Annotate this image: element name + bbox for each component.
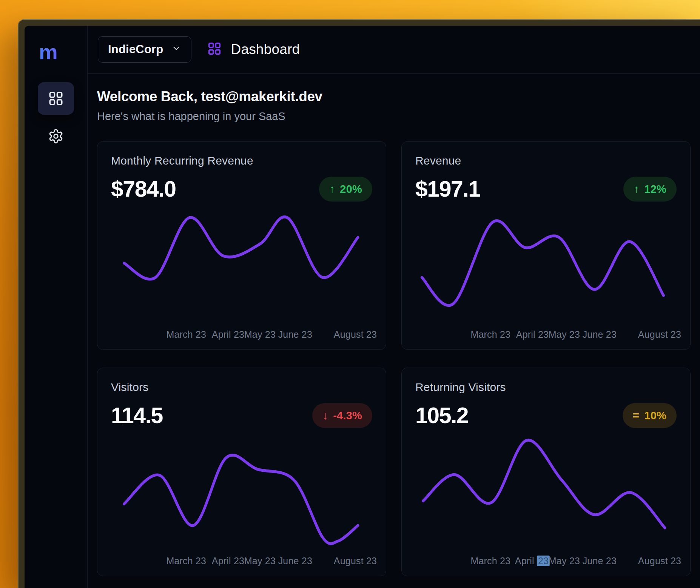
dashboard-grid-icon (48, 91, 64, 106)
card-value: 105.2 (415, 403, 468, 428)
x-axis-tick: March 23 (166, 329, 206, 340)
trend-label: 10% (644, 409, 666, 422)
welcome-heading: Welcome Back, test@makerkit.dev (97, 88, 689, 105)
trend-badge: ↑ 12% (623, 177, 677, 202)
breadcrumb: Dashboard (207, 42, 300, 57)
trend-badge: ↓ -4.3% (312, 403, 372, 428)
trend-label: 12% (644, 183, 666, 195)
topbar: IndieCorp Dashboard (88, 26, 700, 74)
sidebar: m (25, 26, 88, 588)
x-axis-tick: May 23 (244, 556, 276, 566)
welcome-subtitle: Here's what is happening in your SaaS (97, 109, 689, 123)
arrow-up-icon: ↑ (329, 183, 335, 195)
metric-card-mrr: Monthly Recurring Revenue $784.0 ↑ 20% M… (97, 141, 386, 350)
trend-label: -4.3% (333, 409, 362, 422)
sidebar-item-dashboard[interactable] (38, 82, 74, 115)
x-axis-tick: April 23 (212, 329, 244, 340)
x-axis-ticks: March 23April 23May 23June 23August 23 (111, 328, 372, 341)
chevron-down-icon (171, 43, 181, 56)
x-axis-tick: May 23 (244, 329, 276, 340)
metric-card-returning-visitors: Returning Visitors 105.2 = 10% March 23A… (401, 368, 691, 576)
card-value-row: $197.1 ↑ 12% (415, 176, 677, 202)
x-axis-tick: June 23 (583, 556, 617, 566)
app-surface: m (25, 26, 700, 588)
sidebar-item-settings[interactable] (48, 128, 64, 144)
card-value: $197.1 (415, 176, 480, 202)
selected-text-highlight: 23 (537, 556, 550, 566)
app-window: m (18, 19, 700, 588)
x-axis-tick: April 23 (515, 556, 550, 566)
arrow-down-icon: ↓ (322, 410, 328, 421)
card-value: 114.5 (111, 403, 163, 428)
x-axis-tick: June 23 (278, 329, 312, 340)
organization-name: IndieCorp (108, 43, 163, 56)
trend-badge: ↑ 20% (319, 177, 372, 202)
metric-card-revenue: Revenue $197.1 ↑ 12% March 23April 23May… (401, 141, 691, 350)
organization-selector[interactable]: IndieCorp (98, 36, 191, 63)
makerkit-logo: m (39, 42, 87, 63)
trend-label: 20% (340, 183, 362, 195)
x-axis-tick: August 23 (638, 556, 681, 566)
line-chart (111, 206, 372, 325)
card-title: Monthly Recurring Revenue (111, 154, 372, 167)
card-title: Visitors (111, 381, 372, 394)
card-value-row: 105.2 = 10% (415, 403, 677, 428)
x-axis-ticks: March 23April 23May 23June 23August 23 (415, 328, 677, 341)
page-title: Dashboard (231, 42, 300, 57)
trend-badge: = 10% (623, 403, 677, 428)
equals-icon: = (633, 410, 640, 421)
line-chart (415, 432, 677, 552)
card-value-row: 114.5 ↓ -4.3% (111, 403, 372, 428)
dashboard-content: Welcome Back, test@makerkit.dev Here's w… (88, 74, 700, 588)
arrow-up-icon: ↑ (634, 183, 639, 195)
card-title: Revenue (415, 154, 677, 167)
line-chart (415, 206, 677, 325)
x-axis-tick: March 23 (166, 556, 206, 566)
sidebar-nav (25, 82, 87, 144)
x-axis-ticks: March 23April 23May 23June 23August 23 (111, 554, 372, 568)
settings-gear-icon (48, 128, 64, 144)
metric-cards-grid: Monthly Recurring Revenue $784.0 ↑ 20% M… (97, 141, 689, 576)
x-axis-tick: March 23 (470, 556, 510, 566)
x-axis-tick: August 23 (638, 329, 681, 340)
x-axis-tick: April 23 (516, 329, 549, 340)
metric-card-visitors: Visitors 114.5 ↓ -4.3% March 23April 23M… (97, 368, 386, 576)
x-axis-tick: March 23 (470, 329, 510, 340)
x-axis-tick: May 23 (549, 556, 580, 566)
main-column: IndieCorp Dashboard (88, 26, 700, 588)
x-axis-tick: April 23 (212, 556, 244, 566)
card-value: $784.0 (111, 176, 176, 202)
card-value-row: $784.0 ↑ 20% (111, 176, 372, 202)
dashboard-grid-icon (207, 42, 222, 57)
x-axis-tick: August 23 (334, 556, 377, 566)
x-axis-ticks: March 23April 23May 23June 23August 23 (415, 554, 677, 568)
x-axis-tick: May 23 (549, 329, 580, 340)
x-axis-tick: June 23 (278, 556, 312, 566)
x-axis-tick: June 23 (583, 329, 617, 340)
card-title: Returning Visitors (415, 381, 677, 394)
x-axis-tick: August 23 (334, 329, 377, 340)
line-chart (111, 432, 372, 552)
desktop-wallpaper: m (0, 0, 700, 588)
